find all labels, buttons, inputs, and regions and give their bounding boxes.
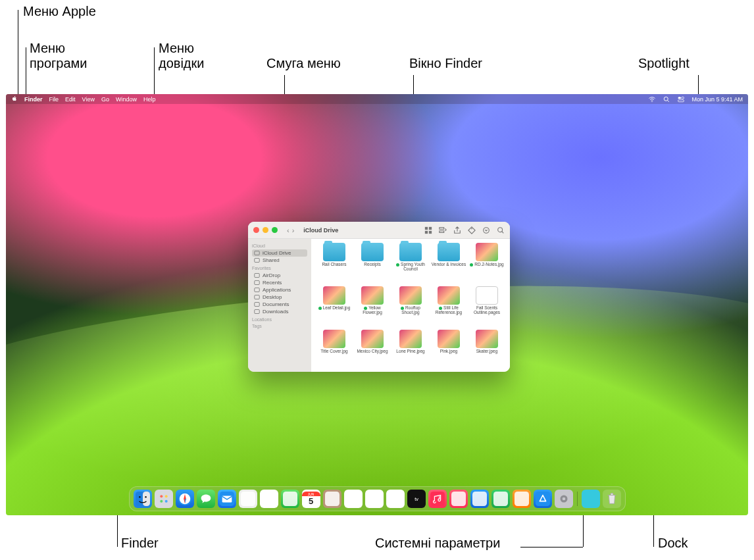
menu-app-name[interactable]: Finder	[24, 96, 43, 103]
dock-photos[interactable]	[260, 490, 278, 508]
file-label: Vendor & Invoices	[432, 263, 466, 267]
file-item[interactable]: RD.2-Notes.jpg	[469, 243, 505, 285]
action-menu-icon[interactable]	[482, 226, 490, 234]
file-item[interactable]: Receipts	[355, 243, 390, 285]
sidebar-item-desktop[interactable]: Desktop	[252, 293, 307, 301]
svg-point-30	[164, 500, 167, 503]
dock-contacts[interactable]	[323, 490, 341, 508]
dock-pages[interactable]	[513, 490, 531, 508]
menu-go[interactable]: Go	[101, 96, 109, 103]
menu-view[interactable]: View	[82, 96, 95, 103]
menu-window[interactable]: Window	[116, 96, 137, 103]
search-icon[interactable]	[497, 226, 505, 234]
file-item[interactable]: Rail Chasers	[316, 243, 352, 285]
sidebar-item-recents[interactable]: Recents	[252, 279, 307, 286]
callout-finder-window: Вікно Finder	[409, 56, 482, 71]
sidebar-item-label: Downloads	[263, 309, 289, 315]
sidebar-item-downloads[interactable]: Downloads	[252, 308, 307, 315]
sidebar-item-label: Documents	[263, 301, 289, 307]
svg-rect-7	[425, 230, 428, 233]
dock-trash[interactable]	[603, 490, 621, 508]
menu-help[interactable]: Help	[143, 96, 156, 103]
dock-maps[interactable]	[239, 490, 257, 508]
svg-text:tv: tv	[415, 496, 418, 502]
group-menu-icon[interactable]	[439, 226, 447, 234]
apple-menu-icon[interactable]	[11, 95, 18, 103]
svg-point-13	[498, 227, 503, 232]
file-item[interactable]: Title Cover.jpg	[316, 330, 352, 372]
callout-apple-menu: Меню Apple	[23, 4, 96, 19]
menubar-datetime[interactable]: Mon Jun 5 9:41 AM	[691, 96, 743, 103]
svg-point-12	[484, 227, 490, 233]
file-item[interactable]: Still Life Reference.jpg	[431, 286, 466, 328]
callout-line	[520, 547, 583, 547]
dock-keynote[interactable]	[470, 490, 489, 508]
file-item[interactable]: Leaf Detail.jpg	[316, 286, 352, 328]
dock-calendar[interactable]: JUN5	[302, 490, 320, 508]
finder-titlebar[interactable]: ‹ › iCloud Drive	[248, 222, 510, 239]
cloud-icon	[254, 250, 260, 256]
share-icon[interactable]	[453, 226, 461, 234]
view-icon-mode[interactable]	[424, 226, 432, 234]
menu-edit[interactable]: Edit	[65, 96, 76, 103]
file-label: Rooftop Shoot.jpg	[393, 306, 428, 315]
sidebar-item-icloud-drive[interactable]: iCloud Drive	[252, 249, 307, 257]
file-label: Skater.jpeg	[476, 349, 498, 354]
window-controls	[253, 227, 278, 233]
file-item[interactable]: Yellow Flower.jpg	[355, 286, 390, 328]
callout-finder-dock: Finder	[121, 536, 159, 551]
dock-news[interactable]	[449, 490, 468, 508]
dock-tv[interactable]: tv	[407, 490, 426, 508]
file-label: Pink.jpeg	[440, 349, 458, 354]
zoom-button[interactable]	[272, 227, 278, 233]
dock-music[interactable]	[428, 490, 447, 508]
dock-launchpad[interactable]	[155, 490, 173, 508]
file-item[interactable]: Vendor & Invoices	[431, 243, 466, 285]
minimize-button[interactable]	[263, 227, 268, 233]
dock-messages[interactable]	[197, 490, 215, 508]
dock-reminders[interactable]	[344, 490, 363, 508]
image-icon	[399, 286, 422, 305]
svg-rect-18	[255, 288, 260, 292]
close-button[interactable]	[253, 227, 259, 233]
dock-notes[interactable]	[365, 490, 384, 508]
svg-rect-26	[157, 492, 171, 506]
sidebar-item-documents[interactable]: Documents	[252, 301, 307, 308]
dock-mail[interactable]	[218, 490, 236, 508]
sync-status-icon	[470, 263, 473, 267]
dock-safari[interactable]	[176, 490, 194, 508]
forward-button[interactable]: ›	[292, 226, 295, 234]
svg-rect-14	[255, 251, 260, 255]
file-label: Lone Pine.jpeg	[396, 349, 424, 354]
file-item[interactable]: Rooftop Shoot.jpg	[393, 286, 428, 328]
file-item[interactable]: Pink.jpeg	[431, 330, 466, 372]
spotlight-icon[interactable]	[663, 95, 670, 103]
file-item[interactable]: Fall Scents Outline.pages	[469, 286, 505, 328]
menu-file[interactable]: File	[49, 96, 59, 103]
dock-settings[interactable]	[555, 490, 573, 508]
file-item[interactable]: Lone Pine.jpeg	[393, 330, 428, 372]
svg-point-28	[164, 495, 167, 497]
file-item[interactable]: Mexico City.jpeg	[355, 330, 390, 372]
dock-numbers[interactable]	[491, 490, 510, 508]
dock-facetime[interactable]	[281, 490, 299, 508]
tag-icon[interactable]	[468, 226, 476, 234]
sidebar-item-applications[interactable]: Applications	[252, 286, 307, 293]
dock-appstore[interactable]	[534, 490, 552, 508]
svg-rect-20	[255, 303, 260, 307]
control-center-icon[interactable]	[677, 95, 685, 103]
file-item[interactable]: Spring Youth Council	[393, 243, 428, 285]
back-button[interactable]: ‹	[287, 226, 289, 234]
svg-rect-3	[682, 97, 684, 99]
sidebar-section-label: Tags	[252, 324, 307, 328]
dock-finder[interactable]	[134, 490, 152, 508]
wifi-icon[interactable]	[648, 95, 656, 103]
sidebar-item-airdrop[interactable]: AirDrop	[252, 272, 307, 279]
dock-downloads[interactable]	[582, 490, 600, 508]
file-item[interactable]: Skater.jpeg	[469, 330, 505, 372]
dock-freeform[interactable]	[386, 490, 405, 508]
sidebar-item-shared[interactable]: Shared	[252, 257, 307, 264]
finder-title: iCloud Drive	[303, 227, 338, 234]
svg-rect-16	[255, 274, 260, 278]
file-label: Receipts	[364, 263, 380, 267]
